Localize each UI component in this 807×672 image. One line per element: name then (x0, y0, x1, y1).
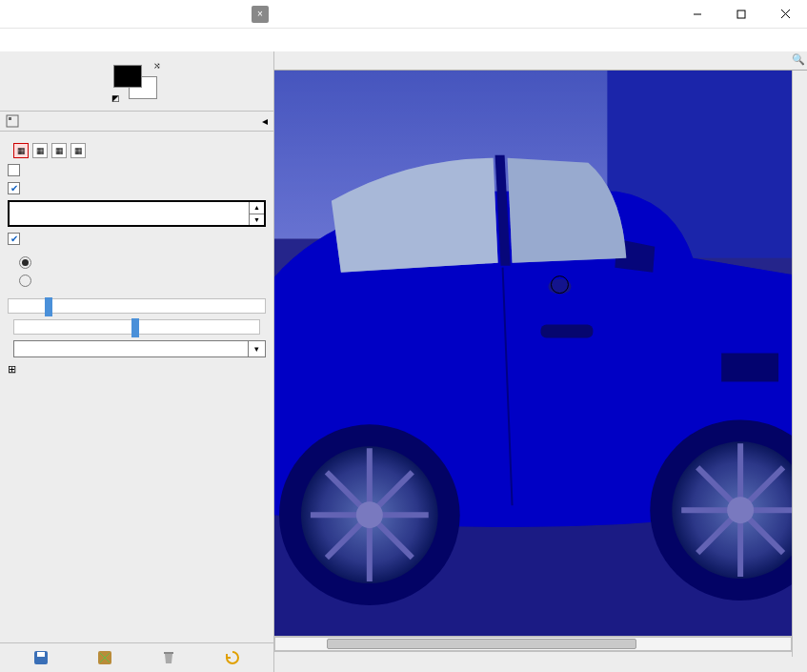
radius-input[interactable] (10, 202, 247, 225)
contiguous-checkbox[interactable] (8, 233, 20, 245)
mark-background-radio[interactable] (19, 275, 31, 287)
mode-subtract-icon[interactable]: ▦ (51, 143, 67, 158)
close-button[interactable] (763, 0, 807, 29)
minimize-icon (693, 10, 702, 19)
save-options-icon[interactable] (32, 649, 50, 666)
swap-colors-icon[interactable]: ⤭ (153, 61, 165, 72)
canvas-area: 🔍 (274, 51, 807, 672)
smoothing-slider[interactable] (13, 319, 260, 335)
antialias-checkbox[interactable] (8, 164, 20, 176)
horizontal-scrollbar[interactable] (274, 637, 792, 651)
foreground-color-swatch[interactable] (113, 65, 142, 88)
maximize-button[interactable] (719, 0, 763, 29)
toolbox-close-icon[interactable]: × (252, 6, 269, 23)
toolbox-panel: ◩ ⤭ ◂ ▦ ▦ ▦ ▦ (0, 51, 274, 672)
mode-add-icon[interactable]: ▦ (32, 143, 48, 158)
svg-rect-31 (274, 71, 807, 636)
feather-checkbox[interactable] (8, 182, 20, 194)
color-swatch-area: ◩ ⤭ (0, 59, 273, 111)
horizontal-ruler[interactable]: 🔍 (274, 51, 807, 71)
dock-menu-icon[interactable]: ◂ (262, 114, 268, 128)
statusbar (274, 651, 807, 672)
brush-size-slider[interactable] (8, 298, 266, 314)
minimize-button[interactable] (676, 0, 719, 29)
svg-rect-9 (164, 652, 173, 654)
mode-intersect-icon[interactable]: ▦ (71, 143, 86, 158)
vertical-scrollbar[interactable] (792, 71, 807, 657)
mode-replace-icon[interactable]: ▦ (13, 143, 29, 158)
mark-foreground-radio[interactable] (19, 256, 31, 269)
tool-options-header[interactable]: ◂ (0, 111, 273, 132)
preview-color-dropdown-icon[interactable]: ▾ (248, 341, 265, 356)
car-render (274, 71, 807, 636)
restore-options-icon[interactable] (96, 649, 113, 666)
svg-rect-5 (9, 117, 11, 120)
maximize-icon (736, 10, 746, 19)
tool-options-bottom-bar (0, 642, 273, 672)
tool-options-tab-icon (6, 114, 19, 128)
delete-options-icon[interactable] (160, 649, 177, 666)
menubar (282, 29, 807, 51)
zoom-corner-icon[interactable]: 🔍 (792, 53, 805, 66)
preview-color-select[interactable] (14, 341, 248, 356)
svg-rect-4 (7, 115, 18, 127)
radius-spinner[interactable]: ▲▼ (249, 202, 264, 225)
svg-rect-7 (37, 652, 45, 657)
svg-rect-1 (737, 10, 745, 18)
tool-options-body: ▦ ▦ ▦ ▦ ▲▼ (0, 132, 273, 642)
image-canvas[interactable] (274, 71, 807, 636)
default-colors-icon[interactable]: ◩ (111, 93, 123, 105)
close-icon (780, 9, 791, 19)
reset-options-icon[interactable] (224, 649, 241, 666)
expand-icon[interactable]: ⊞ (8, 363, 16, 376)
tool-grid (0, 51, 273, 59)
